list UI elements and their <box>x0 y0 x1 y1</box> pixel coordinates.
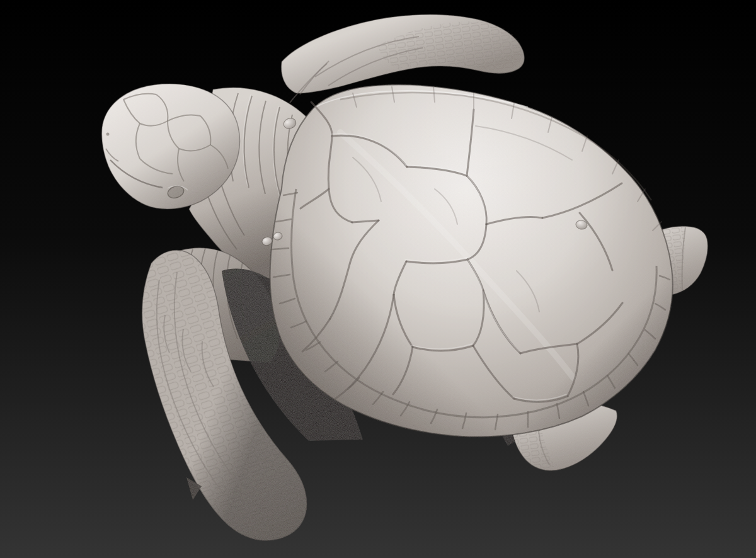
render-canvas[interactable] <box>0 0 756 558</box>
turtle-3d-render[interactable] <box>0 0 756 558</box>
nostril <box>106 133 110 136</box>
